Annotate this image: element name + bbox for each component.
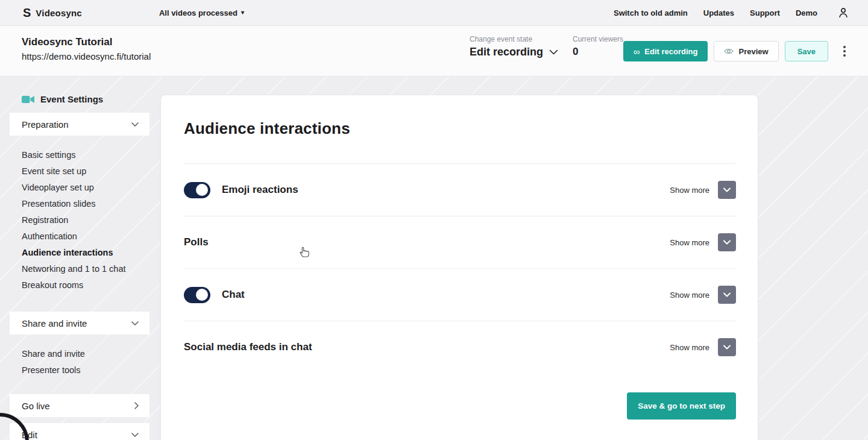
eye-icon	[724, 48, 734, 55]
card-title-wrap: Audience interactions	[184, 95, 736, 163]
chevron-down-icon	[723, 292, 731, 297]
chevron-down-icon	[131, 433, 139, 437]
sidebar-title: Event Settings	[40, 94, 103, 104]
recording-loop-icon: ∞	[634, 47, 640, 56]
sidebar-section-preparation[interactable]: Preparation	[10, 113, 149, 136]
chevron-down-icon	[549, 49, 558, 55]
show-more-link[interactable]: Show more	[670, 186, 709, 195]
topbar-link-switch-to-old-admin[interactable]: Switch to old admin	[614, 8, 688, 17]
chevron-down-icon	[723, 345, 731, 350]
section-label: Go live	[22, 401, 50, 411]
topbar-link-demo[interactable]: Demo	[796, 8, 817, 17]
event-title-block: Videosync Tutorial https://demo.videosyn…	[22, 36, 151, 61]
brand-name: Videosync	[36, 8, 82, 18]
caret-down-icon: ▾	[241, 10, 244, 16]
preview-button-label: Preview	[738, 47, 768, 56]
sidebar-item-audience-interactions[interactable]: Audience interactions	[22, 244, 149, 260]
chevron-down-icon	[723, 240, 731, 245]
page-title: Audience interactions	[184, 119, 736, 138]
save-button[interactable]: Save	[785, 41, 828, 61]
more-options-kebab-icon[interactable]	[838, 44, 851, 58]
account-menu[interactable]	[837, 6, 850, 19]
sidebar-header: Event Settings	[10, 94, 149, 104]
event-url[interactable]: https://demo.videosync.fi/tutorial	[22, 51, 151, 61]
save-button-label: Save	[797, 47, 816, 56]
save-and-next-step-button[interactable]: Save & go to next step	[627, 392, 736, 420]
edit-recording-button-label: Edit recording	[644, 47, 697, 56]
topbar-links: Switch to old admin Updates Support Demo	[614, 8, 817, 17]
chevron-down-icon	[131, 321, 139, 325]
show-more-link[interactable]: Show more	[670, 238, 709, 247]
feature-label: Polls	[184, 236, 209, 248]
section-label: Preparation	[22, 119, 69, 130]
sidebar-item-videoplayer-set-up[interactable]: Videoplayer set up	[22, 179, 149, 195]
edit-recording-button[interactable]: ∞ Edit recording	[623, 41, 708, 61]
event-header: Videosync Tutorial https://demo.videosyn…	[0, 26, 868, 77]
page-body: Event Settings Preparation Basic setting…	[0, 77, 868, 439]
sidebar-item-presentation-slides[interactable]: Presentation slides	[22, 195, 149, 212]
sidebar-item-share-and-invite[interactable]: Share and invite	[22, 345, 149, 362]
video-camera-icon	[22, 95, 34, 104]
event-state-value: Edit recording	[470, 46, 543, 58]
chevron-down-icon	[131, 122, 139, 127]
videosync-admin-screen: S Videosync All videos processed ▾ Switc…	[0, 0, 868, 440]
sidebar-item-presenter-tools[interactable]: Presenter tools	[22, 362, 149, 378]
sidebar-item-networking-1to1-chat[interactable]: Networking and 1 to 1 chat	[22, 260, 149, 277]
topbar-link-updates[interactable]: Updates	[703, 8, 734, 17]
videosync-logo-icon: S	[23, 7, 31, 19]
toggle-knob	[196, 184, 208, 196]
sidebar-item-basic-settings[interactable]: Basic settings	[22, 146, 149, 163]
emoji-reactions-toggle[interactable]	[184, 182, 210, 198]
feature-label: Emoji reactions	[222, 184, 298, 196]
section-label: Share and invite	[22, 318, 87, 328]
expand-polls-button[interactable]	[718, 233, 736, 251]
videos-status-label: All videos processed	[159, 8, 237, 17]
feature-label: Social media feeds in chat	[184, 341, 312, 353]
share-invite-items: Share and invite Presenter tools	[10, 335, 149, 383]
feature-row-chat: Chat Show more	[184, 268, 736, 321]
audience-interactions-card: Audience interactions Emoji reactions Sh…	[160, 95, 758, 440]
feature-row-social-media-feeds: Social media feeds in chat Show more	[184, 321, 736, 373]
expand-social-media-button[interactable]	[718, 338, 736, 356]
sidebar-item-breakout-rooms[interactable]: Breakout rooms	[22, 277, 149, 293]
expand-chat-button[interactable]	[718, 286, 736, 304]
toggle-knob	[196, 289, 208, 301]
feature-row-emoji-reactions: Emoji reactions Show more	[184, 163, 736, 216]
topbar: S Videosync All videos processed ▾ Switc…	[0, 0, 868, 26]
event-state-label: Change event state	[470, 35, 558, 43]
chevron-down-icon	[723, 187, 731, 192]
videos-status-dropdown[interactable]: All videos processed ▾	[159, 8, 244, 17]
sidebar-section-edit[interactable]: Edit	[10, 423, 149, 440]
sidebar: Event Settings Preparation Basic setting…	[10, 77, 149, 440]
user-icon	[837, 6, 850, 19]
event-title: Videosync Tutorial	[22, 36, 151, 48]
sidebar-item-registration[interactable]: Registration	[22, 212, 149, 228]
chat-toggle[interactable]	[184, 287, 210, 303]
save-row: Save & go to next step	[184, 373, 736, 420]
preparation-items: Basic settings Event site set up Videopl…	[10, 136, 149, 298]
event-state-block: Change event state Edit recording	[470, 35, 558, 58]
current-viewers-label: Current viewers	[573, 35, 623, 43]
sidebar-item-authentication[interactable]: Authentication	[22, 228, 149, 244]
sidebar-section-share-and-invite[interactable]: Share and invite	[10, 312, 149, 335]
current-viewers-value: 0	[573, 46, 623, 58]
topbar-link-support[interactable]: Support	[750, 8, 780, 17]
feature-row-polls: Polls Show more	[184, 216, 736, 268]
show-more-link[interactable]: Show more	[670, 291, 709, 300]
sidebar-item-event-site-set-up[interactable]: Event site set up	[22, 163, 149, 179]
feature-label: Chat	[222, 289, 245, 301]
current-viewers-block: Current viewers 0	[573, 35, 623, 58]
brand[interactable]: S Videosync	[23, 7, 82, 19]
preview-button[interactable]: Preview	[714, 41, 778, 61]
header-actions: ∞ Edit recording Preview Save	[623, 41, 851, 61]
chevron-right-icon	[134, 402, 139, 409]
sidebar-section-go-live[interactable]: Go live	[10, 394, 149, 417]
show-more-link[interactable]: Show more	[670, 343, 709, 352]
expand-emoji-reactions-button[interactable]	[718, 181, 736, 199]
event-state-dropdown[interactable]: Edit recording	[470, 46, 558, 58]
